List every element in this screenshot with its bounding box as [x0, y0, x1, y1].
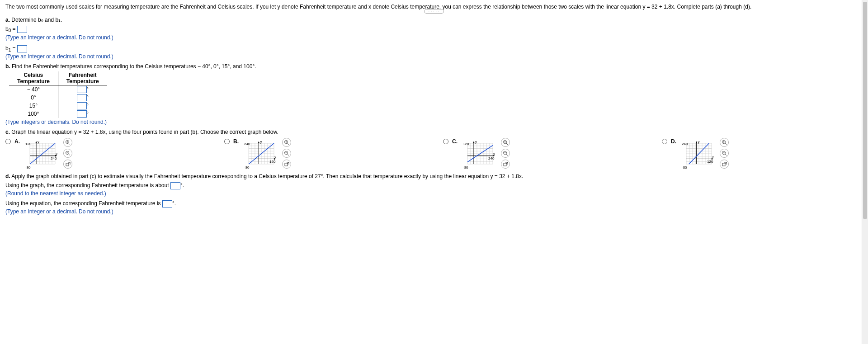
zoom-out-icon[interactable] — [63, 149, 72, 158]
d-line2-post: °. — [172, 200, 176, 207]
svg-marker-93 — [473, 141, 475, 143]
svg-marker-57 — [258, 141, 259, 143]
part-b-prompt: b. Find the Fahrenheit temperatures corr… — [5, 63, 863, 70]
d-line1-pre: Using the graph, the corresponding Fahre… — [5, 182, 169, 188]
b1-hint: (Type an integer or a decimal. Do not ro… — [5, 53, 863, 60]
svg-text:240: 240 — [488, 156, 495, 160]
fahrenheit-input-2[interactable] — [77, 102, 87, 109]
radio-b[interactable] — [224, 139, 230, 144]
svg-text:y: y — [260, 140, 262, 144]
svg-text:120: 120 — [269, 160, 276, 164]
svg-line-140 — [725, 154, 727, 156]
graph-tools — [63, 138, 72, 169]
b1-row: b1 = — [5, 45, 863, 53]
part-d-text: Apply the graph obtained in part (c) to … — [11, 173, 523, 179]
d-hint1: (Round to the nearest integer as needed.… — [5, 190, 863, 197]
table-row: − 40° ° — [9, 85, 107, 94]
b1-label: b1 = — [5, 45, 16, 52]
svg-text:120: 120 — [707, 160, 713, 164]
graph-svg: y x 240 -80 120 — [243, 138, 279, 170]
svg-text:-80: -80 — [25, 165, 31, 170]
radio-d[interactable] — [662, 139, 667, 144]
svg-text:-80: -80 — [244, 165, 250, 170]
d-line2-pre: Using the equation, the corresponding Fa… — [5, 200, 161, 207]
b0-row: b0 = — [5, 26, 863, 33]
zoom-out-icon[interactable] — [282, 149, 291, 158]
svg-line-32 — [69, 154, 71, 156]
d-equation-input[interactable] — [162, 200, 172, 207]
scrollbar-thumb[interactable] — [863, 2, 867, 218]
zoom-out-icon[interactable] — [501, 149, 510, 158]
choice-label: C. — [452, 138, 458, 145]
d-line1-post: °. — [180, 182, 184, 188]
zoom-out-icon[interactable] — [720, 149, 729, 158]
d-graph-input[interactable] — [170, 182, 180, 189]
choice-label: B. — [233, 138, 240, 145]
svg-line-100 — [506, 143, 508, 145]
b0-label: b0 = — [5, 26, 16, 32]
svg-text:120: 120 — [463, 142, 469, 146]
radio-c[interactable] — [443, 139, 448, 144]
fahrenheit-input-3[interactable] — [77, 110, 87, 118]
svg-text:-80: -80 — [682, 165, 687, 170]
choice-c: C. y x 120 -80 240 — [443, 138, 644, 170]
svg-text:240: 240 — [51, 156, 57, 160]
svg-line-104 — [506, 154, 508, 156]
zoom-in-icon[interactable] — [501, 138, 510, 147]
d-line2: Using the equation, the corresponding Fa… — [5, 200, 863, 207]
temperature-table: CelsiusTemperature FahrenheitTemperature… — [9, 71, 107, 118]
svg-marker-21 — [35, 141, 37, 143]
table-row: 15° ° — [9, 102, 107, 110]
svg-line-68 — [288, 154, 289, 156]
degree-symbol: ° — [87, 94, 89, 100]
popout-icon[interactable] — [282, 160, 291, 169]
table-row: 100° ° — [9, 110, 107, 118]
b1-input[interactable] — [17, 45, 27, 52]
part-b-prefix: b. — [5, 63, 10, 70]
vertical-scrollbar[interactable] — [862, 0, 868, 218]
svg-marker-129 — [695, 141, 697, 143]
part-c-text: Graph the linear equation y = 32 + 1.8x,… — [11, 129, 278, 135]
svg-text:240: 240 — [682, 142, 688, 146]
graph-tools — [720, 138, 729, 169]
popout-icon[interactable] — [501, 160, 510, 169]
popout-icon[interactable] — [720, 160, 729, 169]
choice-b: B. y x 240 -80 120 — [224, 138, 425, 170]
radio-a[interactable] — [5, 139, 11, 144]
table-hint: (Type integers or decimals. Do not round… — [5, 119, 863, 125]
part-b-text: Find the Fahrenheit temperatures corresp… — [12, 63, 256, 70]
part-d-prompt: d. Apply the graph obtained in part (c) … — [5, 173, 863, 179]
choice-d: D. y x 240 -80 120 — [662, 138, 863, 170]
b0-input[interactable] — [17, 26, 27, 33]
svg-text:240: 240 — [244, 142, 250, 146]
svg-text:y: y — [38, 140, 39, 144]
graph-thumbnail: y x 120 -80 240 — [462, 138, 498, 170]
part-a-prompt: a. Determine b₀ and b₁. — [5, 17, 863, 23]
zoom-in-icon[interactable] — [63, 138, 72, 147]
fahrenheit-input-1[interactable] — [77, 94, 87, 101]
choice-label: A. — [14, 138, 21, 145]
graph-tools — [501, 138, 510, 169]
choice-label: D. — [671, 138, 677, 145]
popout-icon[interactable] — [63, 160, 72, 169]
svg-rect-34 — [66, 163, 69, 166]
celsius-cell: 0° — [9, 94, 58, 102]
zoom-in-icon[interactable] — [282, 138, 291, 147]
svg-text:x: x — [712, 155, 714, 159]
celsius-cell: 100° — [9, 110, 58, 118]
svg-line-28 — [69, 143, 71, 145]
part-a-prefix: a. — [5, 17, 10, 23]
svg-line-64 — [288, 143, 289, 145]
fahrenheit-input-0[interactable] — [77, 86, 87, 93]
header-celsius: CelsiusTemperature — [9, 71, 58, 85]
graph-tools — [282, 138, 291, 169]
graph-thumbnail: y x 240 -80 120 — [243, 138, 279, 170]
part-a-text: Determine b₀ and b₁. — [11, 17, 62, 23]
svg-rect-106 — [504, 163, 506, 166]
celsius-cell: 15° — [9, 102, 58, 110]
celsius-cell: − 40° — [9, 85, 58, 94]
d-line1: Using the graph, the corresponding Fahre… — [5, 182, 863, 189]
zoom-in-icon[interactable] — [720, 138, 729, 147]
collapse-handle[interactable]: · · · · · — [424, 9, 444, 14]
graph-svg: y x 120 -80 240 — [462, 138, 498, 170]
